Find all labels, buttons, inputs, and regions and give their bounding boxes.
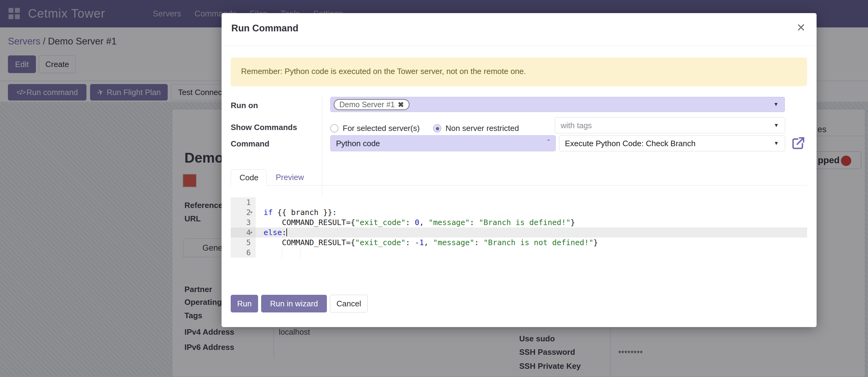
form-label-separator (322, 96, 322, 196)
editor-line[interactable]: 2▾if {{ branch }}: (231, 207, 807, 218)
code-line-text: else: (264, 228, 287, 237)
indent-guide (282, 248, 282, 258)
editor-line[interactable]: 3 COMMAND_RESULT={"exit_code": 0, "messa… (231, 218, 807, 228)
radio-selected-servers[interactable] (330, 124, 338, 133)
run-on-select[interactable]: Demo Server #1 ✖ ▼ (330, 97, 785, 112)
editor-line[interactable]: 5 COMMAND_RESULT={"exit_code": -1, "mess… (231, 237, 807, 248)
text-cursor (286, 228, 287, 236)
tag-remove-icon[interactable]: ✖ (398, 100, 404, 109)
run-on-label: Run on (231, 101, 258, 110)
run-button[interactable]: Run (231, 295, 258, 313)
code-line-text: COMMAND_RESULT={"exit_code": -1, "messag… (264, 237, 598, 248)
radio-non-restricted-label[interactable]: Non server restricted (445, 124, 519, 133)
editor-line[interactable]: 4▾else: (231, 228, 807, 237)
radio-selected-servers-label[interactable]: For selected server(s) (343, 124, 420, 133)
caret-down-icon: ▼ (773, 102, 778, 108)
command-type-select[interactable]: Python code ˆ︎ (330, 135, 556, 151)
fold-arrow-icon[interactable]: ▾ (250, 228, 252, 237)
with-tags-select[interactable]: with tags ▼ (555, 117, 785, 134)
radio-non-restricted[interactable] (433, 124, 441, 133)
chevron-down-icon: ˆ︎ (547, 138, 550, 147)
line-number: 5 (231, 237, 256, 248)
server-tag[interactable]: Demo Server #1 ✖ (334, 99, 410, 110)
fold-arrow-icon[interactable]: ▾ (250, 207, 252, 218)
show-commands-label: Show Commands (231, 123, 297, 132)
editor-line[interactable]: 1 (231, 197, 807, 207)
caret-down-icon: ▼ (774, 122, 779, 128)
close-icon[interactable]: ✕ (797, 22, 806, 33)
code-editor[interactable]: 12▾if {{ branch }}:3 COMMAND_RESULT={"ex… (231, 197, 807, 264)
external-link-icon[interactable] (791, 136, 805, 150)
line-number: 3 (231, 218, 256, 228)
command-label: Command (231, 139, 269, 149)
line-number: 6 (231, 248, 256, 258)
python-warning-banner: Remember: Python code is executed on the… (231, 58, 807, 86)
tabs-border (231, 185, 807, 185)
code-line-text: COMMAND_RESULT={"exit_code": 0, "message… (264, 218, 575, 228)
command-reference-select[interactable]: Execute Python Code: Check Branch ▼ (559, 135, 785, 151)
caret-down-icon: ▼ (774, 140, 779, 146)
run-command-modal: Run Command ✕ Remember: Python code is e… (222, 13, 816, 327)
line-number: 1 (231, 197, 256, 207)
tab-preview[interactable]: Preview (267, 169, 312, 185)
modal-header: Run Command ✕ (222, 13, 816, 46)
tab-code[interactable]: Code (231, 169, 267, 185)
run-in-wizard-button[interactable]: Run in wizard (261, 295, 327, 313)
cancel-button[interactable]: Cancel (330, 295, 368, 313)
show-commands-radios: For selected server(s) Non server restri… (330, 120, 532, 136)
code-line-text: if {{ branch }}: (264, 207, 337, 218)
editor-line[interactable]: 6 (231, 248, 807, 258)
modal-title: Run Command (231, 23, 298, 34)
